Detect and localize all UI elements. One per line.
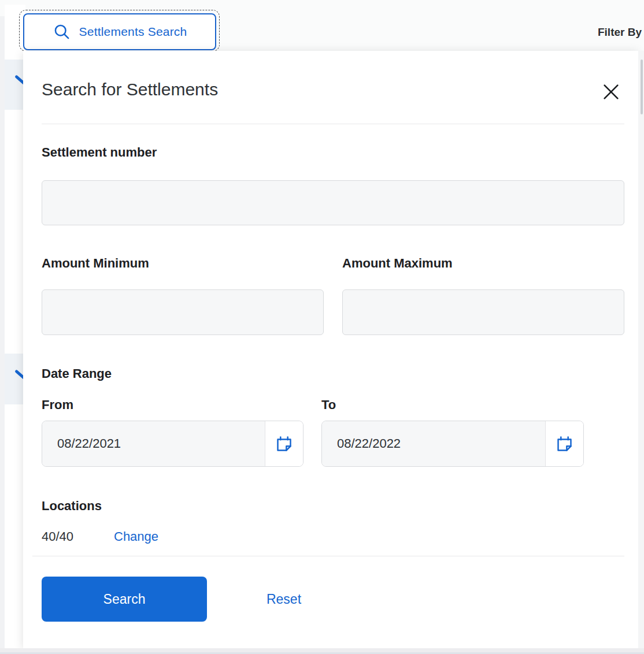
locations-change-link[interactable]: Change — [114, 529, 158, 544]
settlement-number-label: Settlement number — [42, 145, 157, 160]
amount-minimum-label: Amount Minimum — [42, 256, 149, 271]
settlement-number-input[interactable] — [42, 180, 624, 225]
date-to-label: To — [321, 397, 336, 413]
background-accordion-row[interactable] — [5, 354, 25, 404]
calendar-icon — [275, 434, 294, 454]
search-button[interactable]: Search — [42, 577, 207, 622]
date-to-input[interactable] — [322, 421, 546, 466]
background-accordion-row[interactable] — [5, 60, 25, 110]
amount-maximum-input[interactable] — [342, 289, 624, 335]
amount-minimum-input[interactable] — [42, 289, 324, 335]
settlements-search-button-label: Settlements Search — [79, 25, 187, 39]
footer-divider — [32, 556, 624, 556]
page-right-gutter — [638, 51, 644, 648]
search-settlements-modal: Search for Settlements Settlement number… — [23, 51, 638, 648]
reset-button[interactable]: Reset — [252, 577, 316, 622]
locations-label: Locations — [42, 499, 102, 514]
date-from-control — [42, 421, 304, 467]
search-icon — [53, 23, 71, 41]
date-from-label: From — [42, 397, 73, 413]
modal-title: Search for Settlements — [42, 80, 218, 99]
date-from-calendar-button[interactable] — [265, 421, 303, 466]
page: Filter By Settlements Search Search for … — [0, 0, 644, 654]
settlements-search-button[interactable]: Settlements Search — [23, 13, 216, 50]
filter-by-label: Filter By — [598, 26, 642, 39]
scrollbar-thumb[interactable] — [641, 60, 643, 114]
date-to-calendar-button[interactable] — [546, 421, 583, 466]
date-range-label: Date Range — [42, 366, 112, 381]
title-divider — [42, 124, 624, 124]
calendar-icon — [555, 434, 574, 454]
locations-count: 40/40 — [42, 529, 73, 544]
page-left-gutter — [0, 16, 5, 654]
amount-maximum-label: Amount Maximum — [342, 256, 453, 271]
date-to-control — [321, 421, 584, 467]
close-icon — [599, 80, 623, 103]
date-from-input[interactable] — [42, 421, 265, 466]
close-button[interactable] — [598, 79, 624, 105]
